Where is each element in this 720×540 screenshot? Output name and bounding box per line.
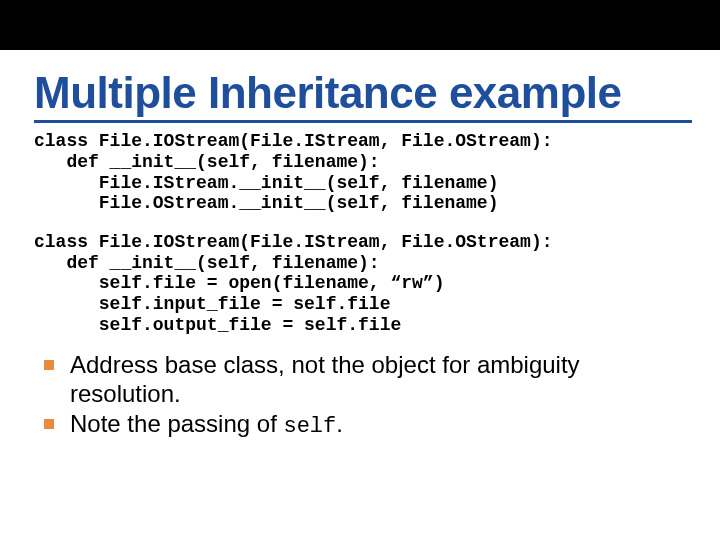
title-underline bbox=[34, 120, 692, 123]
slide: Multiple Inheritance example class File.… bbox=[0, 0, 720, 540]
code-line: def __init__(self, filename): bbox=[34, 152, 380, 172]
code-line: File.OStream.__init__(self, filename) bbox=[34, 193, 498, 213]
bullet-text: resolution. bbox=[70, 380, 181, 407]
bullet-text: Address base class, not the object for a… bbox=[70, 351, 580, 378]
bullet-list: Address base class, not the object for a… bbox=[34, 351, 692, 440]
bullet-text: Note the passing of bbox=[70, 410, 283, 437]
code-inline: self bbox=[283, 414, 336, 439]
slide-title: Multiple Inheritance example bbox=[34, 10, 692, 116]
code-line: self.input_file = self.file bbox=[34, 294, 390, 314]
bullet-icon bbox=[44, 360, 54, 370]
code-line: self.output_file = self.file bbox=[34, 315, 401, 335]
bullet-item-2: Note the passing of self. bbox=[34, 410, 692, 440]
bullet-text: . bbox=[336, 410, 343, 437]
code-block-1: class File.IOStream(File.IStream, File.O… bbox=[34, 131, 692, 214]
code-block-2: class File.IOStream(File.IStream, File.O… bbox=[34, 232, 692, 335]
code-line: class File.IOStream(File.IStream, File.O… bbox=[34, 232, 552, 252]
bullet-item-1: Address base class, not the object for a… bbox=[34, 351, 692, 408]
code-line: File.IStream.__init__(self, filename) bbox=[34, 173, 498, 193]
bullet-icon bbox=[44, 419, 54, 429]
code-line: self.file = open(filename, “rw”) bbox=[34, 273, 444, 293]
code-line: def __init__(self, filename): bbox=[34, 253, 380, 273]
code-line: class File.IOStream(File.IStream, File.O… bbox=[34, 131, 552, 151]
